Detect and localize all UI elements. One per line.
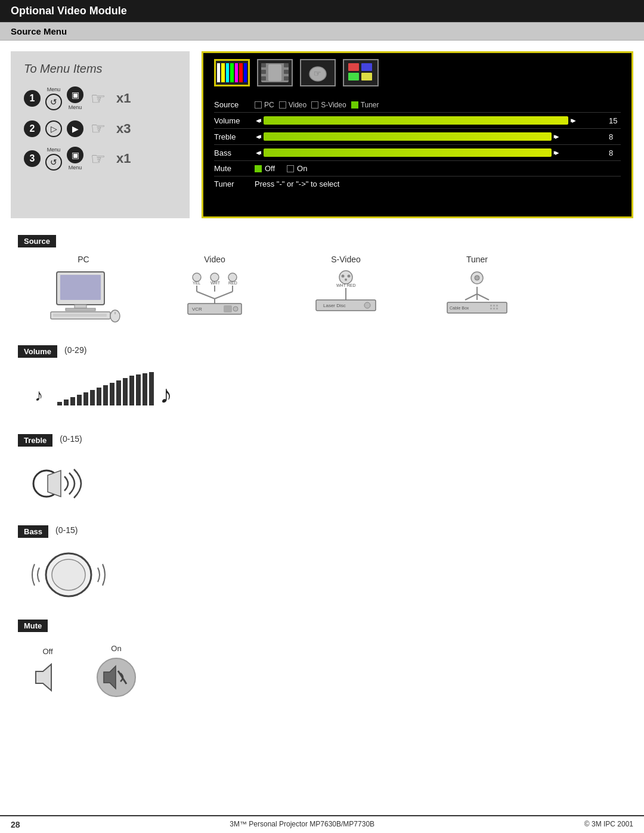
svg-rect-63 [70,397,75,405]
svg-rect-74 [143,373,147,405]
svg-rect-54 [490,305,492,306]
step-label-menu-top: Menu [47,86,61,92]
step-icons-2a: ▷ [45,120,62,137]
osd-row-volume: Volume ◄ ► 15 [214,113,621,129]
svg-rect-59 [496,308,498,309]
svg-rect-57 [490,308,492,309]
step-icons-1b: ▣ Menu [67,86,83,110]
svg-rect-10 [348,63,359,71]
svg-text:☞: ☞ [314,69,321,78]
step-icon-circle-1b: ▣ [67,86,83,103]
svg-text:WHT RED: WHT RED [336,283,356,287]
svg-line-32 [215,292,233,299]
video-illustration: YEL WHT RED VCR [179,269,250,323]
volume-badge-row: Volume (0-29) [18,335,626,365]
volume-range: (0-29) [64,345,86,355]
svg-rect-12 [348,73,359,80]
svg-text:Cable Box: Cable Box [450,306,469,310]
svg-point-48 [475,275,479,280]
footer-right-text: © 3M IPC 2001 [584,820,633,829]
svg-point-22 [193,273,201,281]
osd-svideo-indicator [311,101,318,109]
osd-mute-label: Mute [214,164,249,173]
osd-panel: ☞ Source PC [202,51,633,218]
volume-visual: ♪ ♪ [30,370,626,411]
osd-pc-indicator [255,101,262,109]
svg-point-41 [345,278,347,281]
svg-rect-2 [261,70,266,74]
tuner-illustration: Cable Box [441,269,513,323]
svg-rect-69 [110,383,114,405]
svg-rect-73 [136,374,141,405]
svg-point-46 [364,302,370,308]
osd-volume-bar-fill [264,116,568,125]
osd-bass-label: Bass [214,148,249,157]
step-icons-2b: ▶ [67,120,83,137]
osd-icon-film [257,59,293,86]
svideo-illustration: WHT RED Laser Disc [310,269,382,323]
svg-marker-81 [36,664,51,690]
svg-point-37 [233,306,238,311]
osd-treble-bar-fill [264,132,552,141]
svg-rect-65 [83,392,88,405]
osd-row-bass: Bass ◄ ► 8 [214,145,621,161]
osd-row-tuner: Tuner Press "-" or "->" to select [214,176,621,191]
step-icon-circle-3b: ▣ [67,147,83,163]
treble-section: Treble (0-15) [18,423,626,505]
osd-icon-grid [343,59,379,86]
svg-rect-6 [284,76,289,80]
speaker-on-svg [95,657,137,698]
svg-text:VCR: VCR [192,306,202,312]
mute-visual: Off On [30,644,626,698]
menu-step-3: 3 Menu ↺ ▣ Menu ☞ x1 [24,147,177,171]
osd-video-indicator [279,101,286,109]
svg-rect-71 [123,378,128,405]
step-icons-3a: Menu ↺ [45,147,62,171]
osd-tuner-label: Tuner [214,179,249,188]
to-menu-panel: To Menu Items 1 Menu ↺ ▣ Menu ☞ x1 2 [11,51,190,218]
step-number-2: 2 [24,120,41,137]
mute-badge: Mute [18,620,48,632]
pc-illustration [45,269,122,323]
svg-rect-58 [493,308,495,309]
osd-row-source: Source PC Video S-Video [214,97,621,113]
svg-text:YEL: YEL [193,281,200,285]
treble-visual [30,459,626,505]
svg-point-80 [52,559,85,590]
svg-line-50 [465,294,477,300]
step-label-menu-bot: Menu [69,104,82,110]
bass-section: Bass (0-15) [18,515,626,599]
osd-mute-off: Off [255,164,275,173]
step-multiplier-2: x3 [116,121,131,137]
svg-rect-1 [261,63,266,67]
svg-line-31 [197,292,215,299]
mute-off-label: Off [42,647,52,656]
source-badge-row: Source [18,224,626,255]
svg-marker-78 [48,470,61,497]
osd-bass-value: 8 [609,148,621,157]
step-number-1: 1 [24,90,41,107]
step-multiplier-1: x1 [116,91,131,106]
osd-icons-row: ☞ [214,59,621,91]
bass-visual [30,550,626,599]
bass-range: (0-15) [55,525,78,535]
svg-text:♪: ♪ [160,380,172,408]
svg-rect-35 [224,305,232,312]
menu-step-1: 1 Menu ↺ ▣ Menu ☞ x1 [24,86,177,110]
source-video-label: Video [204,255,225,264]
svg-rect-4 [284,63,289,67]
svg-point-82 [97,658,135,696]
page-header: Optional Video Module [0,0,644,22]
svg-rect-5 [284,70,289,74]
svg-text:RED: RED [228,281,237,285]
osd-mute-options: Off On [255,164,307,173]
svg-line-51 [477,294,489,300]
treble-badge-row: Treble (0-15) [18,423,626,454]
osd-bass-bar: ◄ ► [255,148,593,157]
step-number-3: 3 [24,150,41,167]
osd-treble-label: Treble [214,132,249,141]
svg-rect-56 [496,305,498,306]
treble-svg [30,459,125,503]
source-item-video: Video YEL WHT RED [149,255,280,323]
svg-point-38 [339,271,352,284]
